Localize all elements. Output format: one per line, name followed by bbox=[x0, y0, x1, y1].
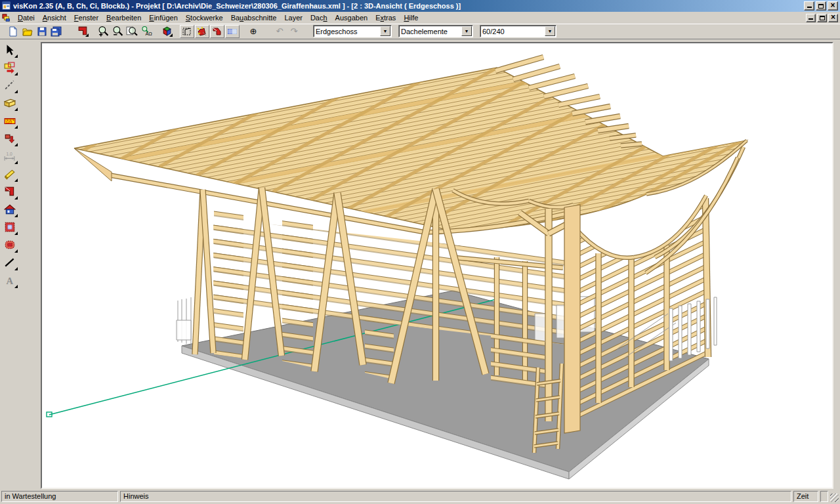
flyout-arrow-icon bbox=[14, 54, 18, 58]
corner-post bbox=[564, 205, 580, 433]
zoom-window-button[interactable] bbox=[125, 25, 139, 38]
menu-dach[interactable]: Dach bbox=[306, 12, 331, 23]
view-wireframe-button[interactable] bbox=[180, 25, 194, 38]
flyout-arrow-icon bbox=[14, 125, 18, 129]
zoom-out-button[interactable] bbox=[110, 25, 125, 38]
status-hint: Hinweis bbox=[120, 491, 791, 502]
roof-plan-button[interactable] bbox=[75, 25, 90, 38]
flyout-arrow-icon bbox=[14, 214, 18, 217]
tool-roof-corner-button[interactable] bbox=[1, 183, 18, 200]
menu-einfügen[interactable]: Einfügen bbox=[145, 12, 181, 23]
status-time-label: Zeit bbox=[793, 491, 818, 502]
menu-ansicht[interactable]: Ansicht bbox=[39, 12, 70, 23]
zoom-in-icon bbox=[98, 26, 109, 37]
flyout-arrow-icon bbox=[14, 143, 18, 146]
status-extra-panel bbox=[820, 491, 828, 502]
menu-layer[interactable]: Layer bbox=[280, 12, 306, 23]
view-hidden-line-button[interactable] bbox=[195, 25, 209, 38]
save-button[interactable] bbox=[35, 25, 49, 38]
tool-move-beam-button[interactable] bbox=[1, 130, 18, 147]
tool-panel-checker-button[interactable] bbox=[1, 219, 18, 236]
mdi-close-icon: × bbox=[831, 13, 835, 21]
menu-stockwerke[interactable]: Stockwerke bbox=[182, 12, 227, 23]
mdi-restore-button[interactable] bbox=[817, 14, 827, 22]
open-file-button[interactable] bbox=[20, 25, 35, 38]
roof bbox=[72, 43, 832, 244]
save-icon bbox=[37, 26, 47, 37]
flyout-arrow-icon bbox=[85, 33, 89, 37]
mdi-close-button[interactable]: × bbox=[828, 14, 838, 22]
menu-ausgaben[interactable]: Ausgaben bbox=[331, 12, 372, 23]
3d-viewport[interactable] bbox=[41, 42, 833, 489]
tool-timber-beam-button[interactable] bbox=[1, 94, 18, 112]
save-all-button[interactable] bbox=[49, 25, 64, 38]
redo-icon: ↷ bbox=[291, 27, 298, 35]
zoom-in-button[interactable] bbox=[96, 25, 110, 38]
svg-text:123: 123 bbox=[6, 120, 12, 124]
undo-icon: ↶ bbox=[276, 27, 284, 35]
mdi-restore-icon bbox=[820, 16, 825, 20]
tool-dimension-button[interactable]: 1.0 bbox=[1, 148, 18, 165]
app-icon bbox=[2, 1, 11, 10]
minimize-button[interactable] bbox=[804, 1, 814, 10]
menu-bauabschnitte[interactable]: Bauabschnitte bbox=[227, 12, 281, 23]
cross-section-value: 60/240 bbox=[480, 28, 544, 35]
storey-value: Erdgeschoss bbox=[314, 28, 379, 35]
view-shaded-button[interactable] bbox=[210, 25, 224, 38]
tool-beam-draw-button[interactable] bbox=[1, 165, 18, 182]
chevron-down-icon[interactable]: ▼ bbox=[461, 26, 472, 36]
center-crosshair-button[interactable]: ⊕ bbox=[246, 25, 261, 38]
chevron-down-icon[interactable]: ▼ bbox=[545, 26, 555, 36]
tool-copy-beam-button[interactable] bbox=[1, 59, 18, 76]
mdi-child-icon bbox=[2, 13, 11, 22]
menu-fenster[interactable]: Fenster bbox=[70, 12, 102, 23]
flyout-arrow-icon bbox=[14, 90, 18, 93]
menu-bearbeiten[interactable]: Bearbeiten bbox=[102, 12, 145, 23]
menu-items: DateiAnsichtFensterBearbeitenEinfügenSto… bbox=[14, 12, 422, 23]
cross-section-combobox[interactable]: 60/240 ▼ bbox=[480, 25, 556, 37]
restore-button[interactable] bbox=[816, 1, 826, 10]
close-button[interactable]: × bbox=[828, 1, 838, 10]
main-area: 123 1.0 A bbox=[0, 39, 840, 489]
tool-measure-button[interactable]: 123 bbox=[1, 112, 18, 129]
chevron-down-icon[interactable]: ▼ bbox=[380, 26, 390, 36]
statusbar: in Wartestellung Hinweis Zeit bbox=[0, 489, 840, 504]
tool-wall-dotted-button[interactable] bbox=[1, 236, 18, 253]
titlebar: visKon 2.35 (A, B, Ch, Ci, Blockb.) - Pr… bbox=[0, 0, 840, 12]
view-textured-button[interactable] bbox=[225, 25, 240, 38]
tool-house-button[interactable] bbox=[1, 201, 18, 218]
svg-text:A: A bbox=[6, 276, 13, 286]
view-cube-button[interactable] bbox=[159, 25, 174, 38]
open-file-icon bbox=[22, 26, 33, 37]
tool-construction-line-button[interactable] bbox=[1, 77, 18, 94]
redo-button[interactable]: ↷ bbox=[287, 25, 301, 38]
tool-text-button[interactable]: A bbox=[1, 272, 18, 289]
menu-extras[interactable]: Extras bbox=[371, 12, 400, 23]
flyout-arrow-icon bbox=[14, 196, 18, 200]
storey-combobox[interactable]: Erdgeschoss ▼ bbox=[313, 25, 392, 37]
menu-datei[interactable]: Datei bbox=[14, 12, 39, 23]
flyout-arrow-icon bbox=[14, 178, 18, 182]
new-file-icon bbox=[8, 26, 18, 37]
element-combobox[interactable]: Dachelemente ▼ bbox=[398, 25, 473, 37]
crosshair-icon: ⊕ bbox=[250, 27, 257, 35]
right-wall bbox=[566, 196, 709, 427]
flyout-arrow-icon bbox=[14, 267, 18, 270]
new-file-button[interactable] bbox=[6, 25, 20, 38]
3d-view-canvas[interactable] bbox=[42, 43, 832, 488]
tool-line-button[interactable] bbox=[1, 254, 18, 271]
flyout-arrow-icon bbox=[14, 161, 18, 164]
menu-hilfe[interactable]: Hilfe bbox=[400, 12, 422, 23]
tool-select-button[interactable] bbox=[1, 41, 18, 58]
mdi-minimize-button[interactable] bbox=[806, 14, 816, 22]
save-all-icon bbox=[51, 26, 62, 37]
flyout-arrow-icon bbox=[169, 33, 173, 37]
undo-button[interactable]: ↶ bbox=[272, 25, 287, 38]
restore-icon bbox=[818, 4, 824, 9]
flyout-arrow-icon bbox=[14, 108, 18, 111]
resize-grip[interactable] bbox=[830, 494, 839, 502]
minimize-icon bbox=[807, 3, 812, 8]
zoom-out-icon bbox=[112, 26, 123, 37]
zoom-text-button[interactable]: AΩ bbox=[139, 25, 154, 38]
view-shaded-icon bbox=[212, 26, 222, 37]
